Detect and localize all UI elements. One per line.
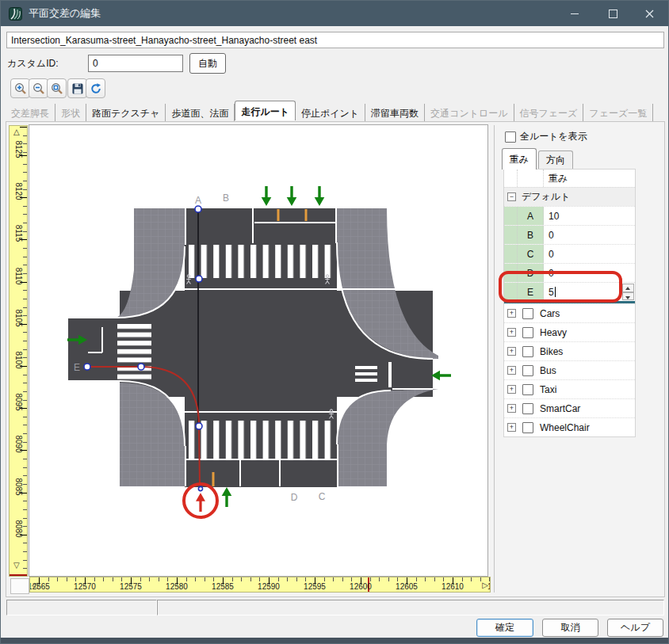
- ruler-label: 8125: [14, 138, 23, 162]
- maximize-button[interactable]: [595, 1, 630, 26]
- ruler-label: 12575: [113, 582, 148, 591]
- close-button[interactable]: [632, 1, 667, 26]
- zoom-out-button[interactable]: [29, 78, 48, 98]
- arrow-down-icon: [287, 186, 297, 206]
- tab-keijou: 形状: [55, 104, 86, 122]
- selected-route-arrow-icon[interactable]: [196, 493, 205, 512]
- cancel-button[interactable]: 取消: [542, 619, 598, 637]
- dialog-edit-intersection: 平面交差の編集 Intersection_Karasuma-street_Han…: [0, 0, 669, 644]
- subtab-direction[interactable]: 方向: [538, 151, 573, 169]
- vehicle-row-cars[interactable]: Cars: [504, 303, 635, 322]
- weight-row-c[interactable]: C 0: [504, 244, 635, 263]
- weight-row-a[interactable]: A 10: [504, 206, 635, 225]
- custom-id-value: 0: [93, 58, 98, 69]
- ruler-corner-box[interactable]: [10, 578, 29, 594]
- weight-value-cell[interactable]: 0: [544, 226, 635, 244]
- route-label-b: B: [223, 192, 229, 204]
- weight-spinner[interactable]: [622, 284, 634, 300]
- horizontal-ruler: ◁ ▷ 12565 12570 12575 12580 12585 12590 …: [29, 577, 491, 593]
- ruler-label: 12590: [251, 582, 286, 591]
- vehicle-row-heavy[interactable]: Heavy: [504, 322, 635, 341]
- ruler-label: 8095: [14, 391, 23, 414]
- spinner-up-icon[interactable]: [622, 284, 634, 292]
- expand-icon[interactable]: [507, 366, 516, 375]
- expand-icon[interactable]: [507, 309, 516, 318]
- header-cell-weight: 重み: [544, 170, 635, 187]
- refresh-button[interactable]: [86, 78, 105, 98]
- ruler-label: 12615: [481, 582, 491, 591]
- table-header-row: 重み: [504, 170, 635, 187]
- tab-shingou-phase: 信号フェーズ: [514, 104, 584, 122]
- arrow-left-icon: [431, 371, 451, 381]
- vehicle-checkbox[interactable]: [522, 308, 533, 319]
- map-canvas[interactable]: A B E D C: [29, 125, 487, 576]
- ruler-scroll-down-icon[interactable]: ▽: [13, 562, 20, 570]
- expand-icon[interactable]: [507, 328, 516, 337]
- tab-phase-ichiran: フェーズ一覧: [583, 104, 653, 122]
- statusbar-right: [157, 600, 664, 615]
- weight-value-cell[interactable]: 0: [544, 245, 635, 263]
- arrow-up-icon: [222, 487, 232, 507]
- tab-tairyuu[interactable]: 滞留車両数: [365, 104, 425, 122]
- help-button[interactable]: ヘルプ: [607, 619, 663, 637]
- ruler-label: 12610: [435, 582, 470, 591]
- ok-button[interactable]: 確定: [476, 619, 533, 637]
- refresh-icon: [90, 82, 102, 95]
- zoom-in-button[interactable]: [10, 78, 30, 98]
- vehicle-row-bikes[interactable]: Bikes: [504, 341, 635, 360]
- ruler-label: 12595: [297, 582, 332, 591]
- highlight-box-annotation: [499, 271, 622, 303]
- tab-soukou-route[interactable]: 走行ルート: [235, 101, 296, 120]
- vehicle-checkbox[interactable]: [522, 365, 533, 376]
- minimize-icon: [571, 13, 579, 14]
- zoom-region-button[interactable]: [47, 78, 67, 98]
- vehicle-checkbox[interactable]: [522, 346, 533, 357]
- vehicle-row-smartcar[interactable]: SmartCar: [504, 398, 635, 417]
- minimize-button[interactable]: [557, 1, 592, 26]
- subtab-weight[interactable]: 重み: [502, 148, 537, 170]
- window-title: 平面交差の編集: [29, 6, 101, 21]
- show-all-routes-row[interactable]: 全ルートを表示: [505, 130, 587, 143]
- vehicle-row-wheelchair[interactable]: WheelChair: [504, 417, 635, 436]
- tab-teishi-point[interactable]: 停止ポイント: [296, 104, 365, 122]
- ruler-label: 12570: [67, 582, 102, 591]
- expand-icon[interactable]: [507, 404, 516, 413]
- arrow-down-icon: [315, 186, 325, 206]
- route-key-cell: C: [518, 245, 544, 263]
- save-icon: [71, 82, 84, 95]
- vehicle-checkbox[interactable]: [522, 384, 533, 395]
- zoom-region-icon: [51, 82, 63, 95]
- tab-hodoumen[interactable]: 歩道面、法面: [166, 104, 235, 122]
- expand-icon[interactable]: [507, 347, 516, 356]
- vehicle-row-taxi[interactable]: Taxi: [504, 379, 635, 398]
- tab-koutsuu-control: 交通コントロール: [425, 104, 514, 122]
- vehicle-label: Taxi: [540, 384, 556, 395]
- tab-romen-texture[interactable]: 路面テクスチャ: [86, 104, 166, 122]
- route-label-a: A: [195, 195, 201, 206]
- route-label-d: D: [291, 492, 298, 503]
- spinner-down-icon[interactable]: [622, 292, 634, 301]
- expand-icon[interactable]: [507, 385, 516, 394]
- show-all-routes-checkbox[interactable]: [505, 131, 516, 143]
- route-label-e: E: [74, 362, 80, 373]
- custom-id-input[interactable]: 0: [88, 55, 183, 72]
- weight-row-b[interactable]: B 0: [504, 225, 635, 244]
- expand-icon[interactable]: [507, 423, 516, 432]
- weight-table: 重み デフォルト A 10 B 0 C 0 D 0 E 5: [503, 169, 636, 437]
- vehicle-label: Heavy: [540, 327, 567, 338]
- ruler-scroll-up-icon[interactable]: △: [13, 128, 20, 136]
- save-button[interactable]: [67, 78, 87, 98]
- intersection-name-input[interactable]: Intersection_Karasuma-street_Hanayacho-s…: [6, 32, 664, 48]
- vehicle-checkbox[interactable]: [522, 422, 533, 433]
- intersection-name-value: Intersection_Karasuma-street_Hanayacho-s…: [11, 35, 317, 46]
- collapse-icon[interactable]: [507, 192, 516, 201]
- vehicle-label: Cars: [540, 308, 560, 319]
- vehicle-row-bus[interactable]: Bus: [504, 360, 635, 379]
- arrow-down-icon: [262, 186, 272, 206]
- vehicle-checkbox[interactable]: [522, 327, 533, 338]
- crosswalk-west: [117, 324, 151, 381]
- group-row-default[interactable]: デフォルト: [504, 187, 635, 206]
- vehicle-checkbox[interactable]: [522, 403, 533, 414]
- weight-value-cell[interactable]: 10: [544, 207, 635, 225]
- auto-button[interactable]: 自動: [189, 53, 226, 74]
